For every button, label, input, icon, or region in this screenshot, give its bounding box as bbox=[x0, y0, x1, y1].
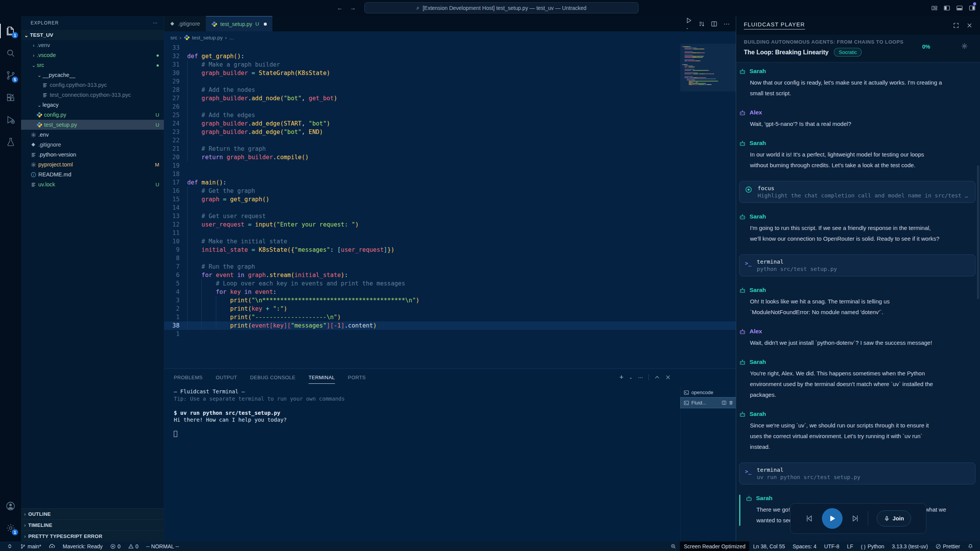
status-lf[interactable]: LF bbox=[843, 541, 857, 551]
status-maverick-ready[interactable]: Maverick: Ready bbox=[59, 541, 106, 551]
join-button[interactable]: Join bbox=[877, 510, 911, 527]
speaker-name: Sarah bbox=[750, 411, 766, 417]
status-screen-reader-optimized[interactable]: Screen Reader Optimized bbox=[680, 541, 749, 551]
split-diff-icon[interactable] bbox=[698, 21, 705, 27]
status-bell[interactable] bbox=[964, 541, 977, 551]
activity-gear-icon[interactable]: 1 bbox=[0, 517, 21, 539]
file-config.cpython-313.pyc[interactable]: config.cpython-313.pyc bbox=[21, 80, 164, 90]
status-zoomin[interactable] bbox=[667, 541, 680, 551]
breadcrumb[interactable]: src›test_setup.py›… bbox=[164, 31, 736, 44]
transcript-message[interactable]: AlexWait, 'gpt-5-nano'? Is that a real m… bbox=[739, 109, 975, 129]
action-card-terminal[interactable]: >_terminalpython src/test_setup.py bbox=[739, 254, 975, 276]
panel-tab-output[interactable]: OUTPUT bbox=[216, 369, 237, 386]
transcript-message[interactable]: SarahYou're right, Alex. We did. This ha… bbox=[739, 359, 975, 400]
tab-test_setup.py[interactable]: test_setup.pyU bbox=[206, 16, 273, 31]
file-legacy[interactable]: ⌄legacy bbox=[21, 100, 164, 110]
more-actions-icon[interactable]: ⋯ bbox=[724, 20, 730, 28]
scrollbar-thumb[interactable] bbox=[977, 165, 979, 299]
status--normal-[interactable]: -- NORMAL -- bbox=[142, 541, 183, 551]
activity-extensions-icon[interactable] bbox=[0, 86, 21, 109]
activity-beaker-icon[interactable] bbox=[0, 131, 21, 153]
mode-badge: Socratic bbox=[834, 48, 862, 57]
transcript-message[interactable]: SarahNow that our config is ready, let's… bbox=[739, 68, 975, 99]
transcript-message[interactable]: AlexWait, didn't we just install `python… bbox=[739, 328, 975, 348]
fluidcast-player-panel: FLUIDCAST PLAYER BUILDING AUTONOMOUS AGE… bbox=[736, 16, 980, 541]
status-prettier[interactable]: Prettier bbox=[932, 541, 964, 551]
panel-bottom-icon[interactable] bbox=[956, 5, 963, 11]
status-0[interactable]: 0 bbox=[124, 541, 142, 551]
status-cloudup[interactable] bbox=[45, 541, 59, 551]
file-pyproject.toml[interactable]: pyproject.tomlM bbox=[21, 160, 164, 170]
panel-right-icon[interactable] bbox=[969, 5, 975, 11]
skip-forward-icon[interactable] bbox=[851, 514, 859, 523]
section-timeline[interactable]: ›TIMELINE bbox=[21, 519, 164, 530]
play-button[interactable] bbox=[822, 508, 843, 529]
file-.gitignore[interactable]: .gitignore bbox=[21, 140, 164, 150]
command-center[interactable]: ⌕ [Extension Development Host] test_setu… bbox=[364, 2, 639, 13]
panel-tab-terminal[interactable]: TERMINAL bbox=[309, 369, 335, 386]
transcript-message[interactable]: SarahOh! It looks like we hit a snag. Th… bbox=[739, 287, 975, 318]
panel-tab-debug-console[interactable]: DEBUG CONSOLE bbox=[250, 369, 296, 386]
forward-icon[interactable]: → bbox=[350, 5, 356, 11]
terminal-instance-Fluid...[interactable]: Fluid... bbox=[681, 398, 736, 408]
file-README.md[interactable]: README.md bbox=[21, 170, 164, 179]
tab-.gitignore[interactable]: .gitignore bbox=[164, 16, 206, 31]
file-.python-version[interactable]: .python-version bbox=[21, 150, 164, 160]
transcript-message[interactable]: SarahSince we're using `uv`, we should r… bbox=[739, 411, 975, 452]
status-0[interactable]: 0 bbox=[106, 541, 124, 551]
maximize-panel-icon[interactable] bbox=[654, 375, 660, 380]
transcript[interactable]: SarahNow that our config is ready, let's… bbox=[736, 62, 980, 541]
back-icon[interactable]: ← bbox=[337, 5, 343, 11]
file-src[interactable]: ⌄src● bbox=[21, 60, 164, 70]
status-remote[interactable] bbox=[3, 541, 16, 551]
activity-debug-icon[interactable] bbox=[0, 109, 21, 131]
panel-left-icon[interactable] bbox=[944, 5, 950, 11]
status-ln-38-col-55[interactable]: Ln 38, Col 55 bbox=[749, 541, 789, 551]
status-spaces-4[interactable]: Spaces: 4 bbox=[789, 541, 820, 551]
skip-back-icon[interactable] bbox=[805, 514, 813, 523]
split-editor-icon[interactable] bbox=[711, 21, 717, 27]
status-3-13-3-test-uv-[interactable]: 3.13.3 (test-uv) bbox=[888, 541, 932, 551]
panel-tab-problems[interactable]: PROBLEMS bbox=[174, 369, 203, 386]
action-card-terminal[interactable]: >_terminaluv run python src/test_setup.p… bbox=[739, 463, 975, 484]
code-editor[interactable]: 3332def get_graph():31 # Make a graph bu… bbox=[164, 44, 736, 368]
status-python[interactable]: { }Python bbox=[857, 541, 888, 551]
terminal-instance-opencode[interactable]: opencode bbox=[681, 387, 736, 398]
file-test_connection.cpython-313.pyc[interactable]: test_connection.cpython-313.pyc bbox=[21, 90, 164, 100]
status-main-[interactable]: main* bbox=[16, 541, 45, 551]
section-outline[interactable]: ›OUTLINE bbox=[21, 508, 164, 519]
code-line: 31 # Make a graph builder bbox=[164, 60, 736, 69]
run-icon[interactable]: ⌄ bbox=[686, 17, 692, 31]
activity-account-icon[interactable] bbox=[0, 495, 21, 517]
chevron-down-icon[interactable]: ⌄ bbox=[629, 375, 633, 380]
status-utf-8[interactable]: UTF-8 bbox=[820, 541, 843, 551]
transcript-message[interactable]: SarahI'm going to run this script. If we… bbox=[739, 213, 975, 244]
panel-tab-ports[interactable]: PORTS bbox=[348, 369, 366, 386]
minimap[interactable] bbox=[682, 44, 730, 368]
file-__pycache__[interactable]: ⌄__pycache__ bbox=[21, 70, 164, 80]
episode-header: BUILDING AUTONOMOUS AGENTS: FROM CHAINS … bbox=[736, 34, 980, 62]
explorer-more-icon[interactable]: ⋯ bbox=[153, 20, 158, 26]
file-.vscode[interactable]: ›.vscode● bbox=[21, 50, 164, 60]
file-test_setup.py[interactable]: test_setup.pyU bbox=[21, 120, 164, 130]
activity-search-icon[interactable] bbox=[0, 42, 21, 64]
file-.venv[interactable]: ›.venv bbox=[21, 40, 164, 50]
file-.env[interactable]: .env bbox=[21, 130, 164, 140]
file-uv.lock[interactable]: uv.lockU bbox=[21, 179, 164, 189]
section-pretty-typescript-error[interactable]: ›PRETTY TYPESCRIPT ERROR bbox=[21, 530, 164, 541]
close-panel-icon[interactable] bbox=[665, 375, 671, 380]
terminal-content[interactable]: — Fluidcast Terminal —Tip: Use a separat… bbox=[164, 386, 680, 541]
layout-icon[interactable] bbox=[931, 5, 938, 11]
action-card-focus[interactable]: focusHighlight the chat completion call … bbox=[739, 181, 975, 203]
workspace-root[interactable]: ⌄ TEST_UV bbox=[21, 30, 164, 40]
close-icon[interactable] bbox=[967, 23, 972, 28]
expand-icon[interactable] bbox=[953, 23, 959, 28]
file-config.py[interactable]: config.pyU bbox=[21, 110, 164, 120]
transcript-message[interactable]: SarahIn our world it is! It's a perfect,… bbox=[739, 140, 975, 171]
activity-files-icon[interactable]: 1 bbox=[0, 20, 21, 42]
new-terminal-icon[interactable]: + bbox=[619, 373, 624, 381]
editor-tabs: .gitignoretest_setup.pyU⌄⋯ bbox=[164, 16, 736, 31]
more-icon[interactable]: ⋯ bbox=[638, 375, 643, 380]
activity-scm-icon[interactable]: 5 bbox=[0, 64, 21, 86]
gear-icon[interactable] bbox=[961, 43, 968, 49]
